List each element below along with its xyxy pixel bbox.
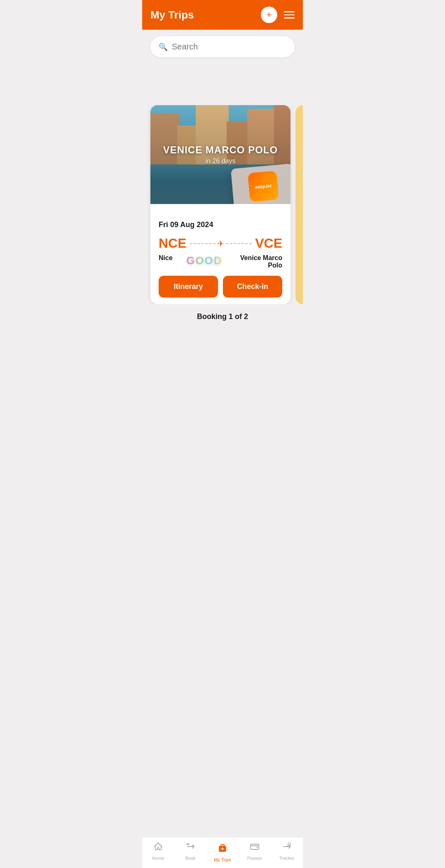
- trip-card[interactable]: VENICE MARCO POLO in 26 days easyJet eas…: [150, 105, 290, 304]
- destination-code: VCE: [255, 236, 282, 251]
- booking-text: Booking 1 of 2: [197, 312, 248, 321]
- menu-button[interactable]: [284, 11, 295, 19]
- trip-days: in 26 days: [206, 157, 236, 165]
- add-trip-button[interactable]: +: [261, 7, 277, 23]
- checkin-button[interactable]: Check-in: [223, 276, 282, 298]
- search-section: 🔍: [142, 30, 303, 64]
- search-bar[interactable]: 🔍: [150, 36, 295, 57]
- trip-date: Fri 09 Aug 2024: [159, 221, 282, 229]
- search-input[interactable]: [172, 42, 286, 52]
- plane-icon: ✈: [217, 239, 224, 249]
- airline-logo-text: easyJet: [255, 183, 272, 189]
- hamburger-icon: [284, 11, 295, 12]
- hamburger-icon: [284, 14, 295, 16]
- app-header: My Trips +: [142, 0, 303, 30]
- flight-route-row: NCE ✈ VCE: [159, 236, 282, 251]
- itinerary-button[interactable]: Itinerary: [159, 276, 218, 298]
- airline-logo: easyJet: [248, 171, 279, 202]
- app-title: My Trips: [150, 9, 194, 21]
- good-label: GOOD: [186, 254, 222, 267]
- dotted-line-left: [190, 243, 216, 244]
- booking-indicator: Booking 1 of 2: [142, 304, 303, 329]
- plus-icon: +: [267, 10, 272, 19]
- airline-sticker: easyJet easyJet: [231, 164, 290, 204]
- header-actions: +: [261, 7, 295, 23]
- destination-name: Venice Marco Polo: [233, 254, 282, 269]
- trip-cards-list: VENICE MARCO POLO in 26 days easyJet eas…: [142, 105, 303, 304]
- good-sticker: GOOD: [186, 254, 222, 267]
- origin-name: Nice: [159, 254, 173, 262]
- dotted-line-right: [226, 243, 252, 244]
- trip-card-image: VENICE MARCO POLO in 26 days easyJet eas…: [150, 105, 290, 204]
- origin-code: NCE: [159, 236, 187, 251]
- trip-card-body: Fri 09 Aug 2024 NCE ✈ VCE Nice GOOD Veni…: [150, 204, 290, 304]
- airline-name: easyJet: [240, 202, 290, 204]
- trip-card-peek[interactable]: [295, 105, 303, 304]
- empty-space: [142, 64, 303, 105]
- trip-destination: VENICE MARCO POLO: [163, 144, 278, 156]
- action-buttons: Itinerary Check-in: [159, 276, 282, 298]
- search-icon: 🔍: [159, 42, 168, 52]
- flight-line: ✈: [187, 239, 255, 249]
- airport-names-row: Nice GOOD Venice Marco Polo: [159, 254, 282, 269]
- hamburger-icon: [284, 17, 295, 19]
